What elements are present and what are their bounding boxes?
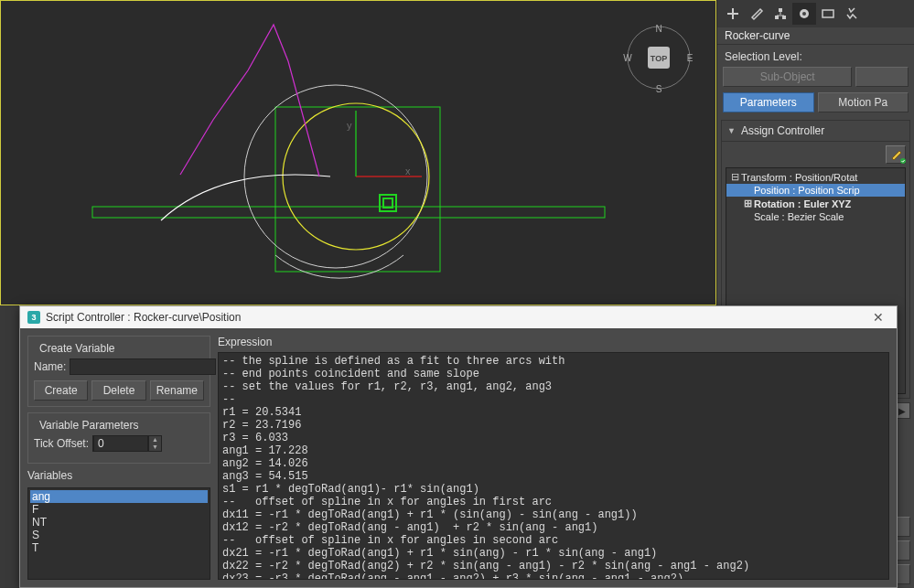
- tab-modify[interactable]: [745, 3, 769, 25]
- svg-point-18: [802, 12, 806, 16]
- tab-hierarchy[interactable]: [769, 3, 792, 25]
- variables-label: Variables: [27, 469, 210, 482]
- axis-x-label: x: [405, 166, 411, 176]
- tab-motion[interactable]: [792, 3, 816, 25]
- rollout-caret-icon: ▼: [727, 126, 736, 135]
- tree-position[interactable]: Position : Position Scrip: [726, 184, 905, 197]
- compass-n: N: [655, 24, 661, 34]
- dialog-title: Script Controller : Rocker-curve\Positio…: [46, 311, 241, 324]
- svg-rect-14: [782, 16, 786, 19]
- selection-level-label: Selection Level:: [717, 45, 914, 65]
- app-icon: 3: [27, 311, 40, 324]
- motion-paths-button[interactable]: Motion Pa: [818, 92, 909, 112]
- var-row[interactable]: T: [30, 541, 208, 554]
- viewport[interactable]: x y TOP N S E W: [0, 0, 716, 305]
- tab-create[interactable]: [721, 3, 745, 25]
- variables-list[interactable]: ang F NT S T: [27, 487, 210, 580]
- axis-y-label: y: [347, 120, 352, 131]
- tree-transform[interactable]: ⊟Transform : Position/Rotat: [726, 170, 905, 184]
- svg-rect-19: [823, 10, 833, 17]
- svg-rect-12: [779, 8, 782, 12]
- var-row[interactable]: ang: [30, 490, 208, 503]
- create-button[interactable]: Create: [34, 380, 88, 401]
- svg-rect-13: [775, 16, 779, 19]
- parameters-button[interactable]: Parameters: [723, 92, 814, 112]
- create-variable-label: Create Variable: [36, 342, 119, 355]
- compass-s: S: [656, 84, 662, 94]
- name-input[interactable]: [70, 358, 216, 375]
- command-tabs: [717, 0, 914, 27]
- assign-controller-rollout[interactable]: ▼ Assign Controller: [721, 120, 910, 142]
- sub-object-dropdown[interactable]: [855, 67, 909, 87]
- assign-controller-title: Assign Controller: [741, 124, 824, 137]
- variable-parameters-label: Variable Parameters: [36, 419, 143, 432]
- viewport-scene: x y: [1, 1, 716, 305]
- compass-w: W: [623, 53, 632, 63]
- expression-editor[interactable]: -- the spline is defined as a fit to thr…: [218, 352, 889, 580]
- tab-display[interactable]: [816, 3, 840, 25]
- rename-button[interactable]: Rename: [150, 380, 204, 401]
- create-variable-group: Create Variable Name: Create Delete Rena…: [27, 336, 210, 407]
- tree-rotation[interactable]: ⊞Rotation : Euler XYZ: [726, 197, 905, 210]
- tick-offset-spinner[interactable]: ▲▼: [92, 435, 162, 452]
- compass-e: E: [687, 53, 694, 63]
- tick-offset-label: Tick Offset:: [34, 437, 89, 450]
- var-row[interactable]: F: [30, 503, 208, 516]
- delete-button[interactable]: Delete: [91, 380, 145, 401]
- close-icon[interactable]: ✕: [867, 310, 889, 325]
- name-label: Name:: [34, 360, 66, 373]
- sub-object-button[interactable]: Sub-Object: [723, 67, 852, 87]
- assign-controller-button[interactable]: [886, 145, 906, 164]
- var-row[interactable]: NT: [30, 516, 208, 529]
- dialog-titlebar[interactable]: 3 Script Controller : Rocker-curve\Posit…: [20, 306, 897, 328]
- svg-rect-6: [380, 195, 396, 211]
- spinner-down-icon[interactable]: ▼: [148, 444, 161, 451]
- viewcube[interactable]: TOP N S E W: [622, 21, 695, 94]
- tree-scale[interactable]: Scale : Bezier Scale: [726, 210, 905, 223]
- tab-utilities[interactable]: [840, 3, 864, 25]
- expression-label: Expression: [218, 336, 889, 348]
- spinner-up-icon[interactable]: ▲: [148, 436, 161, 444]
- var-row[interactable]: S: [30, 529, 208, 541]
- object-name: Rocker-curve: [717, 27, 914, 45]
- tick-offset-input[interactable]: [93, 435, 148, 452]
- script-controller-dialog: 3 Script Controller : Rocker-curve\Posit…: [19, 305, 898, 588]
- viewcube-face: TOP: [651, 54, 667, 63]
- svg-rect-0: [92, 207, 605, 218]
- variable-parameters-group: Variable Parameters Tick Offset: ▲▼: [27, 412, 210, 464]
- svg-point-20: [900, 158, 906, 164]
